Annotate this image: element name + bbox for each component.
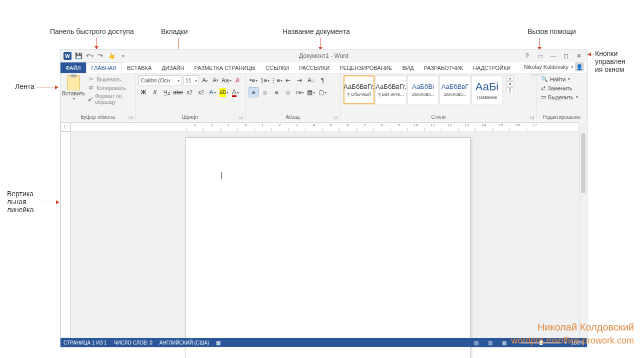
styles-row-up-icon[interactable]: ▴ — [506, 75, 514, 80]
style-item[interactable]: АаБбВвГг,¶ Без инте... — [376, 75, 406, 104]
underline-button[interactable]: Ч▾ — [162, 87, 172, 97]
horizontal-ruler[interactable] — [70, 122, 579, 131]
format-painter-label: Формат по образцу — [95, 93, 131, 105]
tab-главная[interactable]: ГЛАВНАЯ — [86, 62, 122, 73]
tab-вставка[interactable]: ВСТАВКА — [122, 62, 156, 73]
group-editing: 🔍Найти▾ ⇄Заменить ▭Выделить▾ Редактирова… — [537, 73, 587, 121]
line-spacing-icon[interactable]: ↕≡▾ — [294, 87, 304, 97]
cut-button[interactable]: ✂Вырезать — [86, 75, 132, 83]
bold-button[interactable]: Ж — [138, 87, 148, 97]
titlebar: W 💾 ↶▾ ↷ 👆 ▾ Документ1 - Word ? ▭ — ◻ ✕ — [60, 49, 587, 62]
watermark-name: Николай Колдовский — [538, 322, 634, 333]
watermark-url: wordpro.msoffice-prowork.com — [511, 336, 634, 346]
change-case-icon[interactable]: Aa▾ — [222, 75, 232, 85]
status-page[interactable]: СТРАНИЦА 1 ИЗ 1 — [64, 340, 107, 346]
brush-icon: 🖌 — [88, 96, 93, 102]
arrow — [539, 38, 540, 50]
text-effects-icon[interactable]: A▾ — [208, 87, 218, 97]
borders-icon[interactable]: ▢▾ — [318, 87, 328, 97]
dialog-launcher-icon[interactable]: ◲ — [238, 115, 243, 120]
italic-button[interactable]: К — [150, 87, 160, 97]
undo-icon[interactable]: ↶▾ — [86, 52, 94, 60]
shrink-font-icon[interactable]: A▾ — [211, 75, 220, 85]
web-layout-icon[interactable]: ▦ — [500, 339, 510, 346]
justify-icon[interactable]: ≣ — [283, 87, 293, 97]
read-mode-icon[interactable]: ▤ — [472, 339, 482, 346]
tab-ссылки[interactable]: ССЫЛКИ — [260, 62, 294, 73]
decrease-indent-icon[interactable]: ⇤ — [283, 75, 293, 85]
grow-font-icon[interactable]: A▴ — [200, 75, 210, 85]
status-word-count[interactable]: ЧИСЛО СЛОВ: 0 — [114, 340, 152, 346]
font-name-combo[interactable]: Calibri (Осн▾ — [138, 75, 182, 85]
bullets-icon[interactable]: •≡▾ — [248, 75, 258, 85]
save-icon[interactable]: 💾 — [74, 52, 82, 60]
ribbon: Вставить ▾ ✂Вырезать ⧉Копировать 🖌Формат… — [60, 73, 587, 121]
replace-button[interactable]: ⇄Заменить — [540, 84, 584, 92]
vertical-ruler[interactable] — [60, 131, 70, 338]
style-item[interactable]: АаБіНазвание — [472, 75, 502, 104]
group-clipboard: Вставить ▾ ✂Вырезать ⧉Копировать 🖌Формат… — [60, 73, 136, 121]
print-layout-icon[interactable]: ▥ — [486, 339, 496, 346]
align-right-icon[interactable]: ≡ — [272, 87, 282, 97]
dialog-launcher-icon[interactable]: ◲ — [128, 115, 133, 120]
select-button[interactable]: ▭Выделить▾ — [540, 93, 584, 101]
help-icon[interactable]: ? — [521, 51, 533, 61]
ribbon-display-icon[interactable]: ▭ — [534, 51, 546, 61]
document-page[interactable] — [186, 137, 470, 358]
subscript-button[interactable]: x2 — [184, 87, 194, 97]
increase-indent-icon[interactable]: ⇥ — [294, 75, 304, 85]
touch-mode-icon[interactable]: 👆 — [108, 52, 116, 60]
dialog-launcher-icon[interactable]: ◲ — [530, 115, 534, 120]
redo-icon[interactable]: ↷ — [96, 52, 104, 60]
tab-file[interactable]: ФАЙЛ — [60, 62, 86, 73]
tab-рассылки[interactable]: РАССЫЛКИ — [294, 62, 334, 73]
qat-customize-icon[interactable]: ▾ — [118, 52, 126, 60]
select-icon: ▭ — [541, 94, 546, 100]
group-paragraph: •≡▾ 1≡▾ ⋮≡▾ ⇤ ⇥ A↓ ¶ ≡ ≣ ≡ ≣ ↕≡▾ ▦▾ ▢▾ — [246, 73, 340, 121]
minimize-icon[interactable]: — — [547, 51, 559, 61]
show-marks-icon[interactable]: ¶ — [318, 75, 328, 85]
styles-row-down-icon[interactable]: ▾ — [506, 81, 514, 86]
strikethrough-button[interactable]: abc — [173, 87, 183, 97]
styles-more: ▴ ▾ ⊻ — [506, 75, 514, 92]
tab-дизайн[interactable]: ДИЗАЙН — [156, 62, 189, 73]
numbering-icon[interactable]: 1≡▾ — [260, 75, 270, 85]
dialog-launcher-icon[interactable]: ◲ — [334, 115, 338, 120]
font-color-icon[interactable]: A▾ — [230, 87, 240, 97]
multilevel-icon[interactable]: ⋮≡▾ — [272, 75, 282, 85]
paste-button[interactable]: Вставить ▾ — [64, 75, 84, 101]
close-icon[interactable]: ✕ — [573, 51, 585, 61]
status-macro-icon[interactable]: ▦ — [216, 340, 220, 346]
style-item[interactable]: АаБбВіЗаголово... — [408, 75, 438, 104]
sort-icon[interactable]: A↓ — [306, 75, 316, 85]
vertical-scrollbar[interactable] — [579, 131, 587, 338]
tab-вид[interactable]: ВИД — [398, 62, 419, 73]
format-painter-button[interactable]: 🖌Формат по образцу — [86, 92, 132, 105]
tab-надстройки[interactable]: НАДСТРОЙКИ — [468, 62, 516, 73]
arrow — [40, 202, 59, 202]
maximize-icon[interactable]: ◻ — [560, 51, 572, 61]
find-icon: 🔍 — [541, 76, 548, 82]
user-avatar-icon[interactable]: 👤 — [575, 62, 584, 71]
tab-рецензирование[interactable]: РЕЦЕНЗИРОВАНИЕ — [334, 62, 398, 73]
font-size-combo[interactable]: 11▾ — [184, 75, 199, 85]
clear-format-icon[interactable]: A̷ — [233, 75, 242, 85]
style-item[interactable]: АаБбВвГЗаголово... — [440, 75, 470, 104]
ruler-corner[interactable]: L — [60, 122, 70, 131]
align-left-icon[interactable]: ≡ — [248, 87, 258, 97]
tab-разметка страницы[interactable]: РАЗМЕТКА СТРАНИЦЫ — [190, 62, 260, 73]
label-ribbon: Лента — [15, 82, 34, 90]
align-center-icon[interactable]: ≣ — [260, 87, 270, 97]
styles-expand-icon[interactable]: ⊻ — [506, 87, 514, 92]
copy-icon: ⧉ — [88, 84, 94, 91]
find-button[interactable]: 🔍Найти▾ — [540, 75, 584, 83]
tab-разработчик[interactable]: РАЗРАБОТЧИК — [419, 62, 468, 73]
style-item[interactable]: АаБбВвГг,¶ Обычный — [344, 75, 374, 104]
highlight-icon[interactable]: ab▾ — [219, 87, 229, 97]
superscript-button[interactable]: x2 — [196, 87, 206, 97]
cut-label: Вырезать — [96, 76, 121, 82]
status-language[interactable]: АНГЛИЙСКИЙ (США) — [160, 340, 210, 346]
copy-button[interactable]: ⧉Копировать — [86, 84, 132, 91]
user-name[interactable]: Nikolay Koldovsky — [524, 64, 568, 70]
shading-icon[interactable]: ▦▾ — [306, 87, 316, 97]
